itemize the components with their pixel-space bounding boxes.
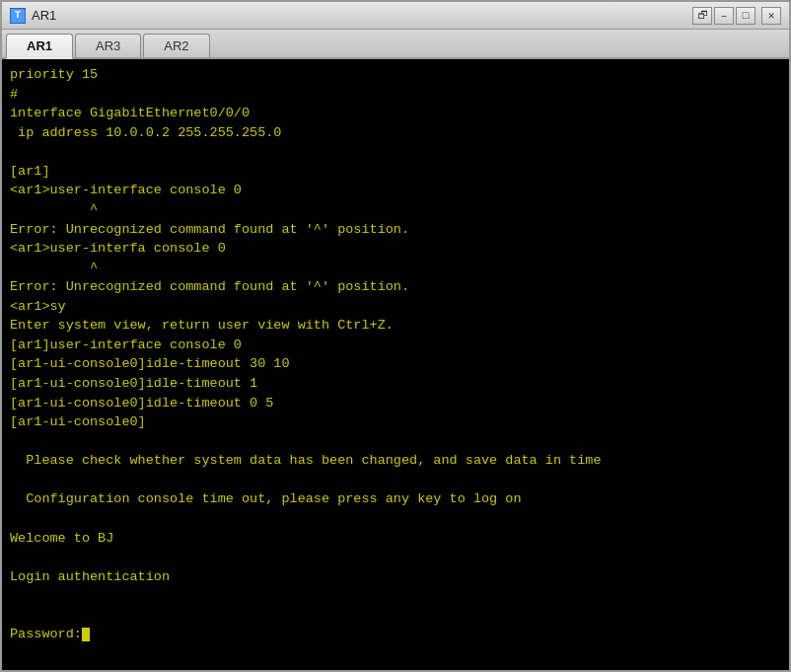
terminal-blank-line bbox=[10, 142, 781, 162]
terminal-line: <ar1>user-interfa console 0 bbox=[10, 239, 781, 259]
tab-bar: AR1 AR3 AR2 bbox=[2, 30, 789, 59]
terminal-blank-line bbox=[10, 432, 781, 452]
terminal-blank-line bbox=[10, 471, 781, 490]
terminal-line: # bbox=[10, 85, 781, 105]
terminal-blank-line bbox=[10, 548, 781, 567]
terminal-line: [ar1-ui-console0]idle-timeout 0 5 bbox=[10, 394, 781, 413]
close-button[interactable]: ✕ bbox=[761, 7, 781, 25]
terminal-line: ^ bbox=[10, 259, 781, 278]
restore-icon: 🗗 bbox=[697, 9, 708, 22]
terminal-line: [ar1] bbox=[10, 162, 781, 182]
close-icon: ✕ bbox=[768, 9, 775, 22]
minimize-button[interactable]: – bbox=[714, 7, 734, 25]
window-title: AR1 bbox=[32, 8, 686, 23]
terminal-line: Error: Unrecognized command found at '^'… bbox=[10, 220, 781, 240]
terminal-line: ^ bbox=[10, 200, 781, 220]
terminal-line-welcome: Welcome to BJ bbox=[10, 529, 781, 549]
tab-ar3[interactable]: AR3 bbox=[75, 34, 141, 57]
terminal-line: Error: Unrecognized command found at '^'… bbox=[10, 277, 781, 297]
terminal-line: interface GigabitEthernet0/0/0 bbox=[10, 104, 781, 123]
title-bar: T AR1 🗗 – □ ✕ bbox=[2, 2, 789, 30]
tab-ar1[interactable]: AR1 bbox=[6, 34, 73, 59]
tab-ar2[interactable]: AR2 bbox=[143, 34, 209, 57]
terminal-line: <ar1>sy bbox=[10, 297, 781, 317]
terminal-output[interactable]: priority 15 # interface GigabitEthernet0… bbox=[2, 59, 789, 670]
maximize-button[interactable]: □ bbox=[736, 7, 755, 25]
minimize-icon: – bbox=[721, 10, 728, 22]
terminal-cursor bbox=[82, 628, 90, 641]
terminal-line: priority 15 bbox=[10, 65, 781, 85]
terminal-blank-line bbox=[10, 606, 781, 626]
window-icon: T bbox=[10, 8, 26, 24]
main-window: T AR1 🗗 – □ ✕ AR1 AR3 AR2 priority 15 # … bbox=[0, 0, 791, 672]
terminal-blank-line bbox=[10, 509, 781, 529]
terminal-line-save-warning: Please check whether system data has bee… bbox=[10, 451, 781, 471]
terminal-line: ip address 10.0.0.2 255.255.255.0 bbox=[10, 123, 781, 143]
restore-button[interactable]: 🗗 bbox=[692, 7, 712, 25]
maximize-icon: □ bbox=[743, 10, 750, 22]
window-icon-letter: T bbox=[15, 10, 21, 21]
terminal-line-password: Password: bbox=[10, 625, 781, 644]
terminal-line-auth: Login authentication bbox=[10, 567, 781, 587]
terminal-blank-line bbox=[10, 586, 781, 606]
terminal-line: <ar1>user-interface console 0 bbox=[10, 181, 781, 200]
terminal-line: [ar1]user-interface console 0 bbox=[10, 336, 781, 355]
terminal-line: Enter system view, return user view with… bbox=[10, 316, 781, 336]
terminal-line-timeout: Configuration console time out, please p… bbox=[10, 489, 781, 509]
terminal-line: [ar1-ui-console0] bbox=[10, 412, 781, 432]
terminal-line: [ar1-ui-console0]idle-timeout 30 10 bbox=[10, 354, 781, 374]
terminal-line: [ar1-ui-console0]idle-timeout 1 bbox=[10, 374, 781, 394]
title-bar-buttons: 🗗 – □ ✕ bbox=[692, 7, 781, 25]
